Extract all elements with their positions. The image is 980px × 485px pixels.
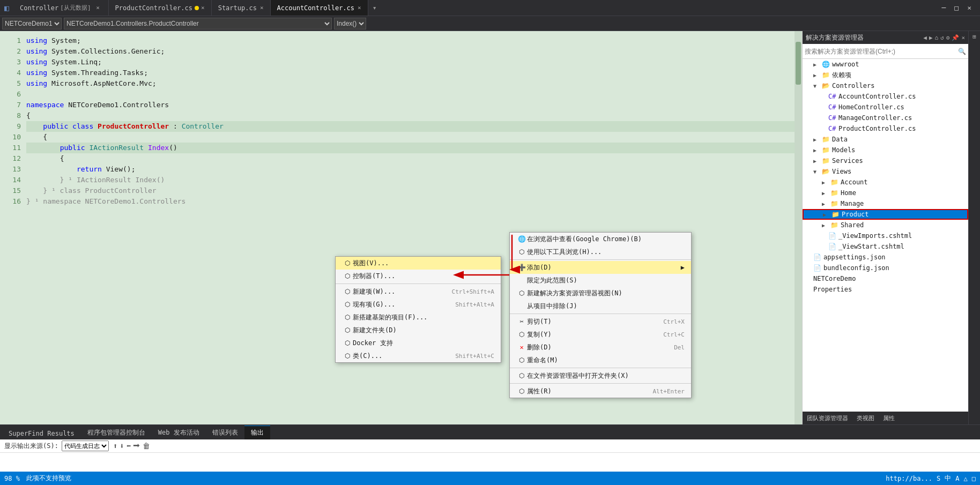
namespace-dropdown[interactable]: NETCoreDemo1 bbox=[2, 18, 62, 29]
tree-home[interactable]: ▶ 📁 Home bbox=[803, 188, 968, 198]
se-refresh-btn[interactable]: ↺ bbox=[940, 34, 944, 41]
tab-superfind[interactable]: SuperFind Results bbox=[2, 427, 81, 439]
expand-arrow[interactable]: ▶ bbox=[822, 180, 830, 185]
code-scrollbar[interactable] bbox=[795, 31, 802, 424]
cm-add-controller[interactable]: ⬡ 控制器(T)... bbox=[336, 270, 501, 282]
expand-arrow[interactable]: ▼ bbox=[813, 83, 822, 89]
tab-close-0[interactable]: × bbox=[94, 4, 102, 12]
tree-wwwroot[interactable]: ▶ 🌐 wwwroot bbox=[803, 59, 968, 70]
cm-view-chrome[interactable]: 🌐 在浏览器中查看(Google Chrome)(B) bbox=[510, 233, 691, 245]
expand-arrow[interactable]: ▼ bbox=[813, 169, 822, 175]
se-home-btn[interactable]: ⌂ bbox=[935, 34, 939, 41]
expand-arrow[interactable]: ▶ bbox=[813, 137, 822, 143]
maximize-btn[interactable]: □ bbox=[950, 4, 963, 12]
se-close-btn[interactable]: × bbox=[961, 34, 965, 41]
expand-arrow[interactable]: ▶ bbox=[813, 147, 822, 153]
tree-account[interactable]: ▶ 📁 Account bbox=[803, 177, 968, 188]
chrome-icon: 🌐 bbox=[516, 235, 527, 243]
cm-scaffold[interactable]: ⬡ 新搭建基架的项目(F)... bbox=[336, 311, 501, 324]
output-left-btn[interactable]: ⬅ bbox=[127, 442, 131, 450]
se-forward-btn[interactable]: ▶ bbox=[929, 34, 933, 41]
tab-close-1[interactable]: × bbox=[201, 4, 205, 11]
tab-package-manager[interactable]: 程序包管理器控制台 bbox=[81, 426, 152, 439]
expand-arrow[interactable]: ▶ bbox=[822, 222, 830, 228]
cm-properties[interactable]: ⬡ 属性(R) Alt+Enter bbox=[510, 385, 691, 398]
output-up-btn[interactable]: ⬆ bbox=[113, 442, 117, 450]
tab-web-publish[interactable]: Web 发布活动 bbox=[152, 426, 206, 439]
tree-appsettings[interactable]: 📄 appsettings.json bbox=[803, 252, 968, 263]
tree-controllers[interactable]: ▼ 📂 Controllers bbox=[803, 80, 968, 91]
output-down-btn[interactable]: ⬇ bbox=[120, 442, 124, 450]
tree-viewstart[interactable]: 📄 _ViewStart.cshtml bbox=[803, 241, 968, 252]
tree-bundleconfig[interactable]: 📄 bundleconfig.json bbox=[803, 263, 968, 273]
class-dropdown[interactable]: NETCoreDemo1.Controllers.ProductControll… bbox=[64, 18, 332, 29]
zoom-level[interactable]: 98 % bbox=[4, 475, 20, 482]
tree-views[interactable]: ▼ 📂 Views bbox=[803, 166, 968, 177]
tab-account-controller[interactable]: AccountController.cs × bbox=[271, 0, 368, 16]
tree-manage[interactable]: ▶ 📁 Manage bbox=[803, 198, 968, 209]
expand-arrow[interactable]: ▶ bbox=[822, 201, 830, 207]
output-right-btn[interactable]: ⮕ bbox=[133, 442, 140, 450]
se-tab-classview[interactable]: 类视图 bbox=[852, 412, 879, 424]
tab-close-3[interactable]: × bbox=[358, 4, 361, 11]
tree-data[interactable]: ▶ 📁 Data bbox=[803, 134, 968, 145]
tree-dependencies[interactable]: ▶ 📁 依赖项 bbox=[803, 70, 968, 80]
se-tab-properties[interactable]: 属性 bbox=[879, 412, 899, 424]
tab-errors[interactable]: 错误列表 bbox=[206, 426, 244, 439]
cm-open-folder[interactable]: ⬡ 在文件资源管理器中打开文件夹(X) bbox=[510, 369, 691, 382]
tree-properties[interactable]: Properties bbox=[803, 284, 968, 295]
cm-scope[interactable]: 限定为此范围(S) bbox=[510, 274, 691, 287]
tree-netcoredemo[interactable]: NETCoreDemo bbox=[803, 273, 968, 284]
tab-controller[interactable]: Controller [从元数据] × bbox=[13, 0, 109, 16]
tab-product-controller[interactable]: ProductController.cs × bbox=[109, 0, 212, 16]
search-icon[interactable]: 🔍 bbox=[958, 48, 966, 55]
cm-existing-item[interactable]: ⬡ 现有项(G)... Shift+Alt+A bbox=[336, 298, 501, 311]
cm-new-folder[interactable]: ⬡ 新建文件夹(D) bbox=[336, 324, 501, 337]
output-clear-btn[interactable]: 🗑 bbox=[143, 442, 150, 450]
cm-new-item[interactable]: ⬡ 新建项(W)... Ctrl+Shift+A bbox=[336, 285, 501, 298]
cm-add-view[interactable]: ⬡ 视图(V)... bbox=[336, 257, 501, 270]
se-tab-team[interactable]: 团队资源管理器 bbox=[803, 412, 852, 424]
se-pin-btn[interactable]: 📌 bbox=[952, 34, 959, 41]
cm-exclude[interactable]: 从项目中排除(J) bbox=[510, 300, 691, 312]
minimize-btn[interactable]: ─ bbox=[938, 4, 951, 12]
cm-copy[interactable]: ⬡ 复制(Y) Ctrl+C bbox=[510, 328, 691, 341]
tree-services[interactable]: ▶ 📁 Services bbox=[803, 155, 968, 166]
output-text-area bbox=[0, 452, 980, 472]
tree-account-ctrl[interactable]: C# AccountController.cs bbox=[803, 91, 968, 102]
cm-delete[interactable]: ✕ 删除(D) Del bbox=[510, 341, 691, 354]
scrollbar-thumb[interactable] bbox=[796, 42, 801, 85]
tree-product[interactable]: ▶ 📁 Product bbox=[803, 209, 968, 220]
tree-manage-ctrl[interactable]: C# ManageController.cs bbox=[803, 113, 968, 123]
cm-add[interactable]: ➕ 添加(D) ▶ bbox=[510, 261, 691, 274]
se-search-input[interactable] bbox=[805, 48, 958, 55]
cm-class[interactable]: ⬡ 类(C)... Shift+Alt+C bbox=[336, 349, 501, 362]
se-back-btn[interactable]: ◀ bbox=[923, 34, 927, 41]
folder-icon: 📁 bbox=[831, 211, 840, 218]
tree-models[interactable]: ▶ 📁 Models bbox=[803, 145, 968, 155]
tree-viewimports[interactable]: 📄 _ViewImports.cshtml bbox=[803, 230, 968, 241]
cm-new-view[interactable]: ⬡ 新建解决方案资源管理器视图(N) bbox=[510, 287, 691, 300]
cm-rename[interactable]: ⬡ 重命名(M) bbox=[510, 354, 691, 367]
se-settings-btn[interactable]: ⚙ bbox=[946, 34, 950, 41]
output-source-select[interactable]: 代码生成日志 bbox=[62, 441, 109, 451]
cm-cut[interactable]: ✂ 剪切(T) Ctrl+X bbox=[510, 315, 691, 328]
expand-arrow[interactable]: ▶ bbox=[823, 212, 831, 218]
expand-arrow[interactable]: ▶ bbox=[813, 158, 822, 164]
expand-arrow[interactable]: ▶ bbox=[813, 72, 822, 78]
cm-browse-with[interactable]: ⬡ 使用以下工具浏览(H)... bbox=[510, 245, 691, 258]
tab-overflow-arrow[interactable]: ▾ bbox=[370, 4, 379, 12]
method-dropdown[interactable]: Index() bbox=[334, 18, 366, 29]
close-btn[interactable]: × bbox=[963, 4, 976, 12]
folder-icon: 📁 bbox=[830, 178, 839, 186]
tree-home-ctrl[interactable]: C# HomeController.cs bbox=[803, 102, 968, 113]
main-area: 12345 678910 1112131415 16 using System;… bbox=[0, 31, 980, 424]
tree-shared[interactable]: ▶ 📁 Shared bbox=[803, 220, 968, 230]
tree-product-ctrl[interactable]: C# ProductController.cs bbox=[803, 123, 968, 134]
expand-arrow[interactable]: ▶ bbox=[813, 62, 822, 68]
tab-output[interactable]: 输出 bbox=[244, 426, 270, 439]
expand-arrow[interactable]: ▶ bbox=[822, 190, 830, 196]
tab-startup[interactable]: Startup.cs × bbox=[212, 0, 271, 16]
cm-docker[interactable]: ⬡ Docker 支持 bbox=[336, 337, 501, 349]
tab-close-2[interactable]: × bbox=[260, 4, 264, 11]
